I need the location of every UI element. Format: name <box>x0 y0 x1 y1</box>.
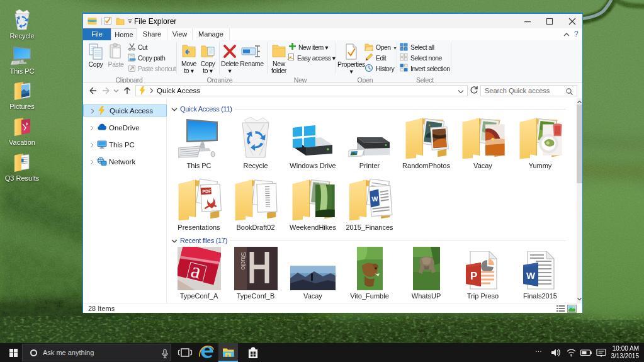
svg-text:PDF: PDF <box>202 189 212 194</box>
svg-text:P: P <box>470 270 477 282</box>
svg-text:Studio: Studio <box>240 252 247 270</box>
svg-text:W: W <box>371 195 378 203</box>
svg-text:W: W <box>526 270 536 281</box>
